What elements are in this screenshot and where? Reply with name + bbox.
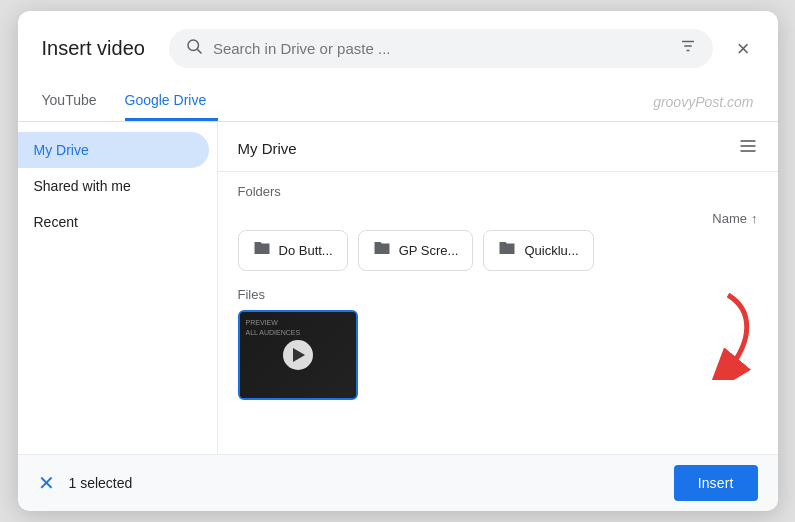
play-button-icon xyxy=(283,340,313,370)
svg-rect-5 xyxy=(740,140,755,142)
dialog-title: Insert video xyxy=(42,37,145,60)
insert-button[interactable]: Insert xyxy=(674,465,758,501)
folder-name-2: Quicklu... xyxy=(524,243,578,258)
dialog-body: My Drive Shared with me Recent My Drive … xyxy=(18,122,778,454)
cancel-x-button[interactable]: ✕ xyxy=(38,471,55,495)
sort-label: Name xyxy=(712,211,747,226)
svg-rect-7 xyxy=(740,150,755,152)
folders-section-label: Folders xyxy=(218,172,778,207)
watermark: groovyPost.com xyxy=(653,94,753,110)
content-area: My Drive Folders Name ↑ Do Butt... xyxy=(218,122,778,454)
file-thumb-0[interactable]: PREVIEWALL AUDIENCES xyxy=(238,310,358,400)
content-header: My Drive xyxy=(218,122,778,172)
dialog-header: Insert video × xyxy=(18,11,778,82)
shared-folder-icon-2 xyxy=(498,239,516,262)
files-grid: PREVIEWALL AUDIENCES xyxy=(218,310,778,412)
folders-row: Do Butt... GP Scre... Quicklu... xyxy=(218,230,778,283)
close-button[interactable]: × xyxy=(729,34,758,64)
svg-rect-6 xyxy=(740,145,755,147)
sidebar-item-shared-with-me[interactable]: Shared with me xyxy=(18,168,209,204)
selected-count-text: 1 selected xyxy=(69,475,133,491)
insert-video-dialog: Insert video × YouTube Google Drive groo… xyxy=(18,11,778,511)
sidebar-item-my-drive[interactable]: My Drive xyxy=(18,132,209,168)
play-triangle xyxy=(293,348,305,362)
sort-row: Name ↑ xyxy=(218,207,778,230)
folder-icon-0 xyxy=(253,239,271,262)
tabs-row: YouTube Google Drive groovyPost.com xyxy=(18,82,778,122)
files-section-label: Files xyxy=(218,283,778,310)
sidebar: My Drive Shared with me Recent xyxy=(18,122,218,454)
search-input[interactable] xyxy=(213,40,669,57)
dialog-footer: ✕ 1 selected Insert xyxy=(18,454,778,511)
tab-youtube[interactable]: YouTube xyxy=(42,82,109,121)
video-preview: PREVIEWALL AUDIENCES xyxy=(240,312,356,398)
folder-chip-0[interactable]: Do Butt... xyxy=(238,230,348,271)
tab-google-drive[interactable]: Google Drive xyxy=(125,82,219,121)
sidebar-item-recent[interactable]: Recent xyxy=(18,204,209,240)
search-bar[interactable] xyxy=(169,29,713,68)
list-view-icon[interactable] xyxy=(738,136,758,161)
filter-icon[interactable] xyxy=(679,37,697,60)
search-icon xyxy=(185,37,203,60)
svg-line-1 xyxy=(197,49,201,53)
sort-arrow-icon: ↑ xyxy=(751,211,758,226)
folder-name-1: GP Scre... xyxy=(399,243,459,258)
video-text-overlay: PREVIEWALL AUDIENCES xyxy=(246,318,350,338)
shared-folder-icon-1 xyxy=(373,239,391,262)
folder-chip-1[interactable]: GP Scre... xyxy=(358,230,474,271)
svg-point-0 xyxy=(188,40,199,51)
content-header-title: My Drive xyxy=(238,140,297,157)
folder-chip-2[interactable]: Quicklu... xyxy=(483,230,593,271)
folder-name-0: Do Butt... xyxy=(279,243,333,258)
